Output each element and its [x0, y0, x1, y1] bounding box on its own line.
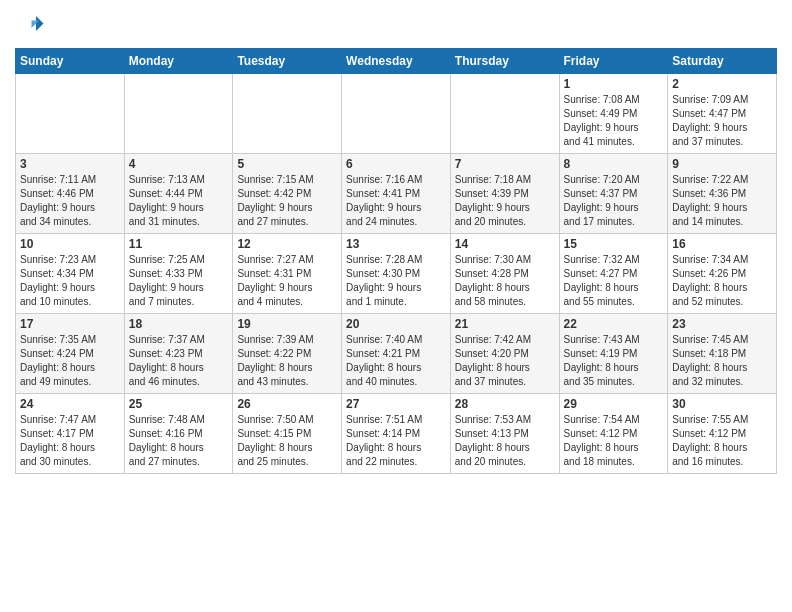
- day-number: 17: [20, 317, 120, 331]
- calendar-cell: 8Sunrise: 7:20 AM Sunset: 4:37 PM Daylig…: [559, 154, 668, 234]
- day-number: 14: [455, 237, 555, 251]
- calendar-cell: 27Sunrise: 7:51 AM Sunset: 4:14 PM Dayli…: [342, 394, 451, 474]
- day-number: 30: [672, 397, 772, 411]
- calendar-week-row: 17Sunrise: 7:35 AM Sunset: 4:24 PM Dayli…: [16, 314, 777, 394]
- day-number: 7: [455, 157, 555, 171]
- day-number: 27: [346, 397, 446, 411]
- calendar-cell: 18Sunrise: 7:37 AM Sunset: 4:23 PM Dayli…: [124, 314, 233, 394]
- calendar-cell: 23Sunrise: 7:45 AM Sunset: 4:18 PM Dayli…: [668, 314, 777, 394]
- calendar-cell: 20Sunrise: 7:40 AM Sunset: 4:21 PM Dayli…: [342, 314, 451, 394]
- calendar-cell: 3Sunrise: 7:11 AM Sunset: 4:46 PM Daylig…: [16, 154, 125, 234]
- calendar-cell: 16Sunrise: 7:34 AM Sunset: 4:26 PM Dayli…: [668, 234, 777, 314]
- calendar-cell: 10Sunrise: 7:23 AM Sunset: 4:34 PM Dayli…: [16, 234, 125, 314]
- day-info: Sunrise: 7:16 AM Sunset: 4:41 PM Dayligh…: [346, 173, 446, 229]
- calendar-cell: [16, 74, 125, 154]
- day-number: 10: [20, 237, 120, 251]
- header-monday: Monday: [124, 49, 233, 74]
- day-number: 22: [564, 317, 664, 331]
- day-info: Sunrise: 7:37 AM Sunset: 4:23 PM Dayligh…: [129, 333, 229, 389]
- calendar-cell: [342, 74, 451, 154]
- day-info: Sunrise: 7:27 AM Sunset: 4:31 PM Dayligh…: [237, 253, 337, 309]
- day-info: Sunrise: 7:35 AM Sunset: 4:24 PM Dayligh…: [20, 333, 120, 389]
- calendar-cell: 2Sunrise: 7:09 AM Sunset: 4:47 PM Daylig…: [668, 74, 777, 154]
- day-number: 23: [672, 317, 772, 331]
- day-info: Sunrise: 7:11 AM Sunset: 4:46 PM Dayligh…: [20, 173, 120, 229]
- header-friday: Friday: [559, 49, 668, 74]
- header-sunday: Sunday: [16, 49, 125, 74]
- day-number: 20: [346, 317, 446, 331]
- day-number: 26: [237, 397, 337, 411]
- day-info: Sunrise: 7:48 AM Sunset: 4:16 PM Dayligh…: [129, 413, 229, 469]
- calendar-cell: 28Sunrise: 7:53 AM Sunset: 4:13 PM Dayli…: [450, 394, 559, 474]
- day-number: 13: [346, 237, 446, 251]
- day-info: Sunrise: 7:20 AM Sunset: 4:37 PM Dayligh…: [564, 173, 664, 229]
- logo: [15, 10, 49, 40]
- day-number: 12: [237, 237, 337, 251]
- header-tuesday: Tuesday: [233, 49, 342, 74]
- day-info: Sunrise: 7:39 AM Sunset: 4:22 PM Dayligh…: [237, 333, 337, 389]
- calendar-week-row: 1Sunrise: 7:08 AM Sunset: 4:49 PM Daylig…: [16, 74, 777, 154]
- calendar-cell: [233, 74, 342, 154]
- day-number: 2: [672, 77, 772, 91]
- day-number: 28: [455, 397, 555, 411]
- calendar-cell: 11Sunrise: 7:25 AM Sunset: 4:33 PM Dayli…: [124, 234, 233, 314]
- calendar-cell: 7Sunrise: 7:18 AM Sunset: 4:39 PM Daylig…: [450, 154, 559, 234]
- day-info: Sunrise: 7:45 AM Sunset: 4:18 PM Dayligh…: [672, 333, 772, 389]
- day-number: 29: [564, 397, 664, 411]
- calendar-table: SundayMondayTuesdayWednesdayThursdayFrid…: [15, 48, 777, 474]
- day-number: 21: [455, 317, 555, 331]
- calendar-cell: 24Sunrise: 7:47 AM Sunset: 4:17 PM Dayli…: [16, 394, 125, 474]
- day-info: Sunrise: 7:50 AM Sunset: 4:15 PM Dayligh…: [237, 413, 337, 469]
- day-info: Sunrise: 7:22 AM Sunset: 4:36 PM Dayligh…: [672, 173, 772, 229]
- header-saturday: Saturday: [668, 49, 777, 74]
- calendar-week-row: 24Sunrise: 7:47 AM Sunset: 4:17 PM Dayli…: [16, 394, 777, 474]
- day-info: Sunrise: 7:15 AM Sunset: 4:42 PM Dayligh…: [237, 173, 337, 229]
- day-info: Sunrise: 7:34 AM Sunset: 4:26 PM Dayligh…: [672, 253, 772, 309]
- day-info: Sunrise: 7:43 AM Sunset: 4:19 PM Dayligh…: [564, 333, 664, 389]
- calendar-cell: 25Sunrise: 7:48 AM Sunset: 4:16 PM Dayli…: [124, 394, 233, 474]
- calendar-cell: 30Sunrise: 7:55 AM Sunset: 4:12 PM Dayli…: [668, 394, 777, 474]
- calendar-cell: 5Sunrise: 7:15 AM Sunset: 4:42 PM Daylig…: [233, 154, 342, 234]
- calendar-cell: 12Sunrise: 7:27 AM Sunset: 4:31 PM Dayli…: [233, 234, 342, 314]
- day-number: 11: [129, 237, 229, 251]
- calendar-cell: 17Sunrise: 7:35 AM Sunset: 4:24 PM Dayli…: [16, 314, 125, 394]
- page-container: SundayMondayTuesdayWednesdayThursdayFrid…: [0, 0, 792, 484]
- day-info: Sunrise: 7:47 AM Sunset: 4:17 PM Dayligh…: [20, 413, 120, 469]
- day-number: 19: [237, 317, 337, 331]
- calendar-week-row: 3Sunrise: 7:11 AM Sunset: 4:46 PM Daylig…: [16, 154, 777, 234]
- calendar-header-row: SundayMondayTuesdayWednesdayThursdayFrid…: [16, 49, 777, 74]
- header-thursday: Thursday: [450, 49, 559, 74]
- logo-icon: [15, 10, 45, 40]
- calendar-cell: 19Sunrise: 7:39 AM Sunset: 4:22 PM Dayli…: [233, 314, 342, 394]
- page-header: [15, 10, 777, 40]
- calendar-cell: [124, 74, 233, 154]
- day-info: Sunrise: 7:28 AM Sunset: 4:30 PM Dayligh…: [346, 253, 446, 309]
- calendar-cell: 13Sunrise: 7:28 AM Sunset: 4:30 PM Dayli…: [342, 234, 451, 314]
- day-number: 18: [129, 317, 229, 331]
- calendar-cell: 15Sunrise: 7:32 AM Sunset: 4:27 PM Dayli…: [559, 234, 668, 314]
- day-info: Sunrise: 7:32 AM Sunset: 4:27 PM Dayligh…: [564, 253, 664, 309]
- day-info: Sunrise: 7:54 AM Sunset: 4:12 PM Dayligh…: [564, 413, 664, 469]
- calendar-cell: 29Sunrise: 7:54 AM Sunset: 4:12 PM Dayli…: [559, 394, 668, 474]
- day-info: Sunrise: 7:51 AM Sunset: 4:14 PM Dayligh…: [346, 413, 446, 469]
- calendar-cell: 9Sunrise: 7:22 AM Sunset: 4:36 PM Daylig…: [668, 154, 777, 234]
- day-info: Sunrise: 7:55 AM Sunset: 4:12 PM Dayligh…: [672, 413, 772, 469]
- day-number: 15: [564, 237, 664, 251]
- day-number: 3: [20, 157, 120, 171]
- day-number: 24: [20, 397, 120, 411]
- day-info: Sunrise: 7:09 AM Sunset: 4:47 PM Dayligh…: [672, 93, 772, 149]
- day-info: Sunrise: 7:25 AM Sunset: 4:33 PM Dayligh…: [129, 253, 229, 309]
- day-number: 4: [129, 157, 229, 171]
- calendar-cell: 21Sunrise: 7:42 AM Sunset: 4:20 PM Dayli…: [450, 314, 559, 394]
- calendar-week-row: 10Sunrise: 7:23 AM Sunset: 4:34 PM Dayli…: [16, 234, 777, 314]
- day-number: 1: [564, 77, 664, 91]
- day-info: Sunrise: 7:08 AM Sunset: 4:49 PM Dayligh…: [564, 93, 664, 149]
- day-info: Sunrise: 7:18 AM Sunset: 4:39 PM Dayligh…: [455, 173, 555, 229]
- calendar-cell: 4Sunrise: 7:13 AM Sunset: 4:44 PM Daylig…: [124, 154, 233, 234]
- day-info: Sunrise: 7:42 AM Sunset: 4:20 PM Dayligh…: [455, 333, 555, 389]
- day-number: 25: [129, 397, 229, 411]
- calendar-cell: 6Sunrise: 7:16 AM Sunset: 4:41 PM Daylig…: [342, 154, 451, 234]
- calendar-cell: 14Sunrise: 7:30 AM Sunset: 4:28 PM Dayli…: [450, 234, 559, 314]
- day-info: Sunrise: 7:13 AM Sunset: 4:44 PM Dayligh…: [129, 173, 229, 229]
- day-number: 8: [564, 157, 664, 171]
